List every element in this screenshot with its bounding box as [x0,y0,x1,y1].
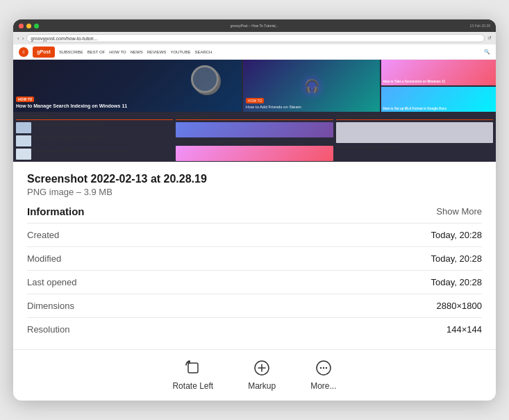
hero-main-title: How to Manage Search Indexing on Windows… [16,103,127,109]
back-arrow-icon: ‹ [17,35,19,42]
browser-clock: 13 Feb 20:28 [470,24,490,28]
article-text-2: 3 Ways to Improve Battery Life on Window… [33,135,106,140]
news-title-1: Dunes Announces Da-Vinci Eternal Date an… [176,139,333,144]
info-row-resolution: Resolution 144×144 [27,317,482,341]
markup-icon [252,358,272,378]
site-nav: SUBSCRIBE BEST OF HOW TO NEWS REVIEWS YO… [59,50,212,54]
modified-value: Today, 20:28 [431,253,482,264]
best-of-col: BEST OF GROOVYPOST How to Find Your Wind… [336,115,493,162]
nav-subscribe: SUBSCRIBE [59,50,83,54]
headphones-image: 🎧 [301,77,322,94]
site-header: ≡ gPost SUBSCRIBE BEST OF HOW TO NEWS RE… [13,44,496,60]
svg-rect-0 [188,363,198,373]
rotate-left-icon [183,358,203,378]
article-text-3: Disney Announces Old-Man Kennel Preview … [33,149,126,153]
search-icon: 🔍 [484,49,490,55]
url-text: groovypost.com/how-to-tutori... [31,36,97,41]
article-thumb-2 [16,135,31,146]
hero-mid-text: HOW TO How to Add Friends on Steam [246,98,301,109]
best-of-item-1 [336,122,493,143]
screenshot-preview: groovyPost – How To Tutorial... 13 Feb 2… [13,19,496,162]
rotate-left-label: Rotate Left [172,381,213,391]
nav-reviews: REVIEWS [147,50,167,54]
markup-label: Markup [248,381,276,391]
article-item-3: Disney Announces Old-Man Kennel Preview … [16,149,173,160]
nav-search: SEARCH [194,50,212,54]
bottom-toolbar: Rotate Left Markup More... [13,349,496,401]
created-value: Today, 20:28 [431,230,482,240]
best-of-thumb-1 [336,122,493,143]
hero-main-tag: HOW TO [16,96,34,102]
reload-icon: ↺ [487,35,492,41]
site-logo: gPost [33,47,55,58]
nav-youtube: YOUTUBE [170,50,190,54]
hero-right-bot: How to Set up MLA Format in Google Docs [381,87,496,112]
hero-mid: 🎧 HOW TO How to Add Friends on Steam [243,60,380,112]
dimensions-label: Dimensions [27,301,74,311]
latest-articles-title: LATEST ARTICLES [16,115,173,120]
hero-main-text: HOW TO How to Manage Search Indexing on … [16,96,127,109]
hero-right-top: How to Take a Screenshot on Windows 11 [381,60,496,85]
article-thumb-1 [16,122,31,133]
minimize-dot [26,24,31,28]
hero-section: HOW TO How to Manage Search Indexing on … [13,60,496,112]
browser-simulation: groovyPost – How To Tutorial... 13 Feb 2… [13,19,496,162]
nav-bestof: BEST OF [87,50,106,54]
article-item-2: 3 Ways to Improve Battery Life on Window… [16,135,173,146]
more-label: More... [310,381,336,391]
best-of-title: BEST OF GROOVYPOST [336,115,493,120]
best-of-text-1: How to Find Your Windows 11 Product Key [336,145,493,150]
dimensions-value: 2880×1800 [437,301,482,311]
info-section-label: Information [27,205,85,217]
hero-main: HOW TO How to Manage Search Indexing on … [13,60,242,112]
forward-arrow-icon: › [22,35,24,42]
svg-point-5 [326,367,327,369]
content-section: LATEST ARTICLES How to Use Clipboard His… [13,112,496,162]
article-item-1: How to Use Clipboard History on Windows … [16,122,173,133]
lastopened-value: Today, 20:28 [431,277,482,287]
news-thumb-2 [176,146,333,161]
show-more-button[interactable]: Show More [436,206,482,217]
news-item-1: Dunes Announces Da-Vinci Eternal Date an… [176,122,333,144]
info-header: Information Show More [27,205,482,217]
svg-point-4 [323,367,324,369]
latest-articles-col: LATEST ARTICLES How to Use Clipboard His… [16,115,173,162]
featured-news-col: FEATURED NEWS Dunes Announces Da-Vinci E… [176,115,333,162]
file-title: Screenshot 2022-02-13 at 20.28.19 [27,173,482,185]
info-row-created: Created Today, 20:28 [27,223,482,246]
markup-button[interactable]: Markup [248,358,276,391]
modified-label: Modified [27,253,61,264]
featured-news-title: FEATURED NEWS [176,115,333,120]
svg-point-3 [320,367,322,369]
info-row-lastopened: Last opened Today, 20:28 [27,270,482,294]
tab-label: groovyPost – How To Tutorial... [42,24,467,28]
more-icon [314,358,333,378]
nav-howto: HOW TO [109,50,126,54]
hero-mid-tag: HOW TO [246,98,264,103]
browser-title-bar: groovyPost – How To Tutorial... 13 Feb 2… [13,19,496,32]
close-dot [19,24,24,28]
info-row-modified: Modified Today, 20:28 [27,246,482,270]
browser-toolbar: ‹ › groovypost.com/how-to-tutori... ↺ [13,32,496,44]
more-button[interactable]: More... [310,358,336,391]
site-actions: 🔍 [484,49,490,55]
preview-window: groovyPost – How To Tutorial... 13 Feb 2… [13,19,496,401]
article-thumb-3 [16,149,31,160]
info-panel: Screenshot 2022-02-13 at 20.28.19 PNG im… [13,162,496,346]
resolution-label: Resolution [27,324,69,335]
rotate-left-button[interactable]: Rotate Left [172,358,213,391]
info-row-dimensions: Dimensions 2880×1800 [27,294,482,317]
lastopened-label: Last opened [27,277,77,287]
hero-mid-title: How to Add Friends on Steam [246,105,301,109]
news-item-2: Marvel Budget Eternals Coming to Disney … [176,146,333,162]
magnifier-image [191,65,219,93]
url-bar: groovypost.com/how-to-tutori... [26,34,485,42]
hamburger-icon: ≡ [19,47,28,57]
news-thumb-1 [176,122,333,137]
resolution-value: 144×144 [447,324,482,335]
article-text-1: How to Use Clipboard History on Windows … [33,122,103,127]
nav-news: NEWS [131,50,143,54]
hero-right: How to Take a Screenshot on Windows 11 H… [381,60,496,112]
file-subtitle: PNG image – 3.9 MB [27,187,482,197]
created-label: Created [27,230,59,240]
